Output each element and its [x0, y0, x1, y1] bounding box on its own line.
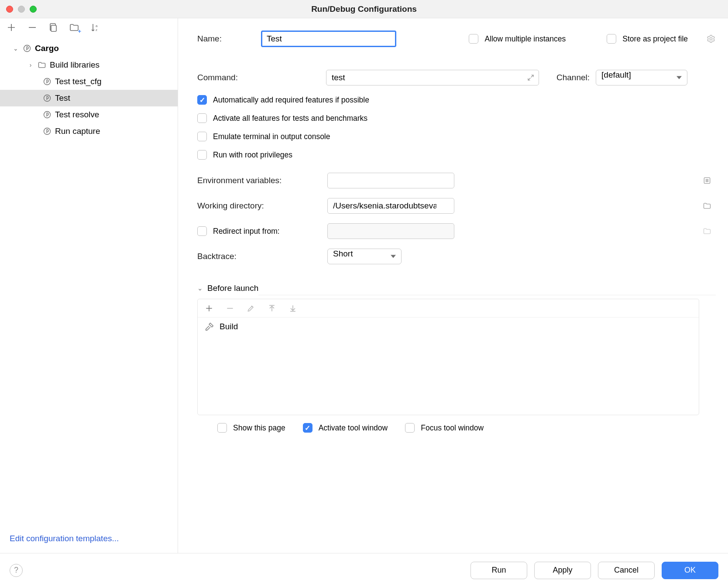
root-privileges-checkbox[interactable]: Run with root privileges	[197, 150, 716, 160]
allow-multiple-checkbox[interactable]: Allow multiple instances	[469, 34, 566, 44]
svg-point-5	[44, 95, 51, 102]
env-vars-input[interactable]	[327, 173, 454, 188]
bl-move-up-button[interactable]	[268, 304, 276, 313]
content-panel: Name: Allow multiple instances Store as …	[178, 18, 728, 553]
backtrace-select[interactable]: Short	[327, 249, 402, 264]
allow-multiple-label: Allow multiple instances	[484, 34, 566, 44]
focus-tool-window-checkbox[interactable]: Focus tool window	[405, 423, 484, 433]
command-input[interactable]	[326, 70, 539, 85]
ok-button[interactable]: OK	[662, 562, 718, 579]
sort-button[interactable]: az	[90, 22, 100, 33]
emulate-terminal-checkbox[interactable]: Emulate terminal in output console	[197, 132, 716, 141]
folder-icon	[38, 61, 46, 69]
activate-tool-window-label: Activate tool window	[319, 423, 388, 433]
tree-item-label: Run capture	[55, 126, 100, 136]
tree-item-test[interactable]: Test	[0, 90, 178, 106]
run-button[interactable]: Run	[470, 562, 527, 579]
show-this-page-checkbox[interactable]: Show this page	[217, 423, 285, 433]
save-template-button[interactable]	[69, 22, 79, 33]
cargo-icon	[43, 77, 52, 86]
before-launch-header[interactable]: ⌄ Before launch	[197, 283, 716, 293]
checkbox-checked-icon	[303, 423, 312, 433]
svg-point-7	[44, 128, 51, 135]
backtrace-label: Backtrace:	[197, 252, 327, 261]
checkbox-checked-icon	[197, 95, 207, 105]
activate-tool-window-checkbox[interactable]: Activate tool window	[303, 423, 388, 433]
folder-icon[interactable]	[703, 201, 711, 210]
help-button[interactable]: ?	[10, 564, 23, 577]
tree-subgroup-build-libraries[interactable]: › Build libraries	[0, 57, 178, 73]
bl-edit-button[interactable]	[247, 304, 255, 313]
svg-point-8	[710, 38, 712, 40]
zoom-window-button[interactable]	[30, 6, 37, 13]
window-title: Run/Debug Configurations	[0, 4, 728, 14]
chevron-down-icon: ⌄	[12, 45, 19, 52]
svg-text:a: a	[96, 24, 98, 28]
tree-item-label: Test test_cfg	[55, 77, 102, 86]
tree-item-test-resolve[interactable]: Test resolve	[0, 106, 178, 123]
backtrace-value: Short	[333, 249, 353, 258]
before-launch-toolbar	[198, 299, 699, 317]
command-label: Command:	[197, 73, 326, 82]
bl-move-down-button[interactable]	[288, 304, 297, 313]
checkbox-icon	[197, 113, 207, 123]
add-config-button[interactable]	[6, 22, 17, 33]
gear-icon[interactable]	[706, 34, 716, 44]
bl-add-button[interactable]	[205, 304, 213, 313]
before-launch-title: Before launch	[207, 283, 258, 293]
before-launch-task-label: Build	[220, 322, 238, 331]
before-launch-list: Build	[198, 317, 699, 415]
copy-config-button[interactable]	[48, 22, 58, 33]
activate-all-features-checkbox[interactable]: Activate all features for tests and benc…	[197, 113, 716, 123]
redirect-input-label: Redirect input from:	[213, 227, 280, 236]
close-window-button[interactable]	[6, 6, 13, 13]
checkbox-icon	[607, 34, 616, 44]
sidebar: az ⌄ Cargo › Build libraries Test test_c…	[0, 18, 178, 553]
edit-templates-link[interactable]: Edit configuration templates...	[0, 528, 178, 553]
name-input[interactable]	[261, 31, 396, 47]
cargo-icon	[43, 110, 52, 119]
env-vars-label: Environment variables:	[197, 176, 327, 185]
apply-button[interactable]: Apply	[534, 562, 591, 579]
auto-features-checkbox[interactable]: Automatically add required features if p…	[197, 95, 716, 105]
channel-select[interactable]: [default]	[596, 70, 687, 85]
checkbox-icon	[197, 150, 207, 160]
before-launch-panel: Build	[197, 299, 699, 415]
activate-all-label: Activate all features for tests and benc…	[213, 114, 367, 123]
bl-remove-button[interactable]	[226, 304, 234, 313]
auto-features-label: Automatically add required features if p…	[213, 96, 369, 105]
checkbox-icon	[469, 34, 478, 44]
cancel-button[interactable]: Cancel	[598, 562, 655, 579]
svg-point-6	[44, 112, 51, 118]
redirect-input-checkbox[interactable]: Redirect input from:	[197, 226, 327, 236]
checkbox-icon	[217, 423, 227, 433]
before-launch-task[interactable]: Build	[205, 322, 692, 331]
svg-text:z: z	[96, 28, 97, 32]
store-as-project-checkbox[interactable]: Store as project file	[607, 34, 688, 44]
checkbox-icon	[197, 132, 207, 141]
store-as-project-label: Store as project file	[622, 34, 688, 44]
title-bar: Run/Debug Configurations	[0, 0, 728, 18]
channel-label: Channel:	[556, 73, 590, 82]
expand-icon[interactable]	[527, 74, 535, 82]
list-icon[interactable]	[703, 176, 711, 185]
tree-group-cargo[interactable]: ⌄ Cargo	[0, 40, 178, 57]
working-dir-label: Working directory:	[197, 201, 327, 211]
working-dir-input[interactable]	[327, 198, 454, 214]
footer: ? Run Apply Cancel OK	[0, 553, 728, 587]
redirect-input-field[interactable]	[327, 223, 454, 239]
tree-item-label: Test resolve	[55, 110, 99, 119]
emulate-terminal-label: Emulate terminal in output console	[213, 132, 330, 141]
tree-item-run-capture[interactable]: Run capture	[0, 123, 178, 140]
remove-config-button[interactable]	[27, 22, 38, 33]
chevron-right-icon: ›	[27, 61, 34, 68]
folder-icon	[703, 227, 711, 235]
window-controls	[6, 6, 37, 13]
tree-group-label: Cargo	[35, 44, 59, 53]
hammer-icon	[205, 322, 214, 331]
minimize-window-button[interactable]	[18, 6, 25, 13]
svg-rect-0	[51, 25, 56, 31]
tree-item-test-test-cfg[interactable]: Test test_cfg	[0, 73, 178, 90]
chevron-down-icon: ⌄	[197, 284, 203, 292]
focus-tool-window-label: Focus tool window	[421, 423, 484, 433]
